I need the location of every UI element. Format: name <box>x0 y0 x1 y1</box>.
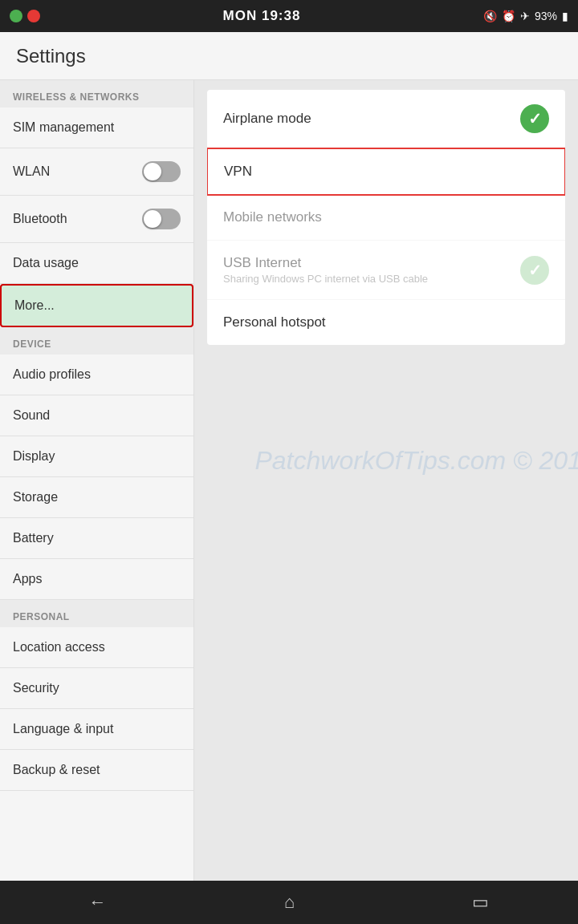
page-title: Settings <box>16 45 86 67</box>
sidebar-item-label: Data usage <box>13 256 79 270</box>
sidebar-item-sound[interactable]: Sound <box>0 395 193 436</box>
settings-row-vpn[interactable]: VPN <box>207 148 565 196</box>
settings-main-text-usb-internet: USB Internet <box>223 255 428 271</box>
sidebar-item-label: More... <box>14 298 55 313</box>
bottom-nav: ← ⌂ ▭ <box>0 881 578 924</box>
check-icon-airplane-mode <box>520 104 549 133</box>
status-left <box>10 10 40 22</box>
sidebar-section-header: WIRELESS & NETWORKS <box>0 80 193 107</box>
sidebar-item-label: Display <box>13 449 55 464</box>
recents-button[interactable]: ▭ <box>456 886 505 919</box>
settings-row-mobile-networks[interactable]: Mobile networks <box>207 195 565 241</box>
home-button[interactable]: ⌂ <box>268 886 311 919</box>
sidebar-item-label: WLAN <box>13 164 50 179</box>
sidebar-item-label: Sound <box>13 408 50 423</box>
sidebar-item-battery[interactable]: Battery <box>0 518 193 559</box>
settings-row-airplane-mode[interactable]: Airplane mode <box>207 90 565 148</box>
check-light-icon-usb-internet <box>520 256 549 285</box>
sidebar-item-audio-profiles[interactable]: Audio profiles <box>0 355 193 395</box>
sidebar-item-label: Storage <box>13 490 58 505</box>
sidebar-item-security[interactable]: Security <box>0 668 193 709</box>
status-right: 🔇 ⏰ ✈ 93% ▮ <box>483 10 568 22</box>
settings-row-text-vpn: VPN <box>224 164 252 180</box>
sidebar-item-label: Audio profiles <box>13 367 91 382</box>
settings-row-text-airplane-mode: Airplane mode <box>223 111 311 127</box>
settings-row-usb-internet[interactable]: USB InternetSharing Windows PC internet … <box>207 241 565 300</box>
back-button[interactable]: ← <box>73 886 123 919</box>
settings-main-text-airplane-mode: Airplane mode <box>223 111 311 127</box>
sidebar-item-location-access[interactable]: Location access <box>0 627 193 668</box>
sidebar: WIRELESS & NETWORKSSIM managementWLANBlu… <box>0 80 194 881</box>
sidebar-item-label: Battery <box>13 531 54 545</box>
settings-row-text-mobile-networks: Mobile networks <box>223 209 322 225</box>
settings-sub-text-usb-internet: Sharing Windows PC internet via USB cabl… <box>223 273 428 285</box>
sidebar-item-sim-management[interactable]: SIM management <box>0 107 193 148</box>
sidebar-item-storage[interactable]: Storage <box>0 477 193 518</box>
sidebar-item-label: Apps <box>13 572 42 586</box>
alarm-icon: ⏰ <box>502 10 515 22</box>
settings-row-text-personal-hotspot: Personal hotspot <box>223 314 326 330</box>
title-bar: Settings <box>0 32 578 80</box>
airplane-icon: ✈ <box>520 10 530 22</box>
sidebar-item-backup-reset[interactable]: Backup & reset <box>0 750 193 791</box>
sidebar-item-bluetooth[interactable]: Bluetooth <box>0 196 193 243</box>
sidebar-item-label: SIM management <box>13 120 114 135</box>
sidebar-item-display[interactable]: Display <box>0 436 193 477</box>
status-bar: MON 19:38 🔇 ⏰ ✈ 93% ▮ <box>0 0 578 32</box>
sidebar-item-label: Security <box>13 681 59 695</box>
battery-icon: ▮ <box>562 10 568 22</box>
sidebar-item-data-usage[interactable]: Data usage <box>0 243 193 284</box>
settings-row-personal-hotspot[interactable]: Personal hotspot <box>207 300 565 345</box>
toggle-bluetooth[interactable] <box>142 209 181 229</box>
sidebar-item-label: Bluetooth <box>13 212 67 226</box>
battery-percentage: 93% <box>535 10 557 22</box>
mute-icon: 🔇 <box>483 10 497 22</box>
sidebar-item-language-input[interactable]: Language & input <box>0 709 193 750</box>
sidebar-item-label: Language & input <box>13 722 113 736</box>
notification-green-icon <box>10 10 22 22</box>
sidebar-section-header: DEVICE <box>0 327 193 355</box>
sidebar-item-label: Backup & reset <box>13 763 100 777</box>
sidebar-item-wlan[interactable]: WLAN <box>0 148 193 196</box>
settings-main-text-mobile-networks: Mobile networks <box>223 209 322 225</box>
settings-row-text-usb-internet: USB InternetSharing Windows PC internet … <box>223 255 428 285</box>
content-area: Airplane modeVPNMobile networksUSB Inter… <box>194 80 578 881</box>
toggle-wlan[interactable] <box>142 161 181 182</box>
settings-main-text-vpn: VPN <box>224 164 252 180</box>
sidebar-item-label: Location access <box>13 640 105 654</box>
settings-card: Airplane modeVPNMobile networksUSB Inter… <box>207 90 565 345</box>
sidebar-item-more[interactable]: More... <box>0 284 193 327</box>
notification-red-icon <box>27 10 40 22</box>
main-layout: WIRELESS & NETWORKSSIM managementWLANBlu… <box>0 80 578 881</box>
status-time: MON 19:38 <box>223 8 301 24</box>
settings-main-text-personal-hotspot: Personal hotspot <box>223 314 326 330</box>
sidebar-section-header: PERSONAL <box>0 600 193 627</box>
sidebar-item-apps[interactable]: Apps <box>0 559 193 600</box>
